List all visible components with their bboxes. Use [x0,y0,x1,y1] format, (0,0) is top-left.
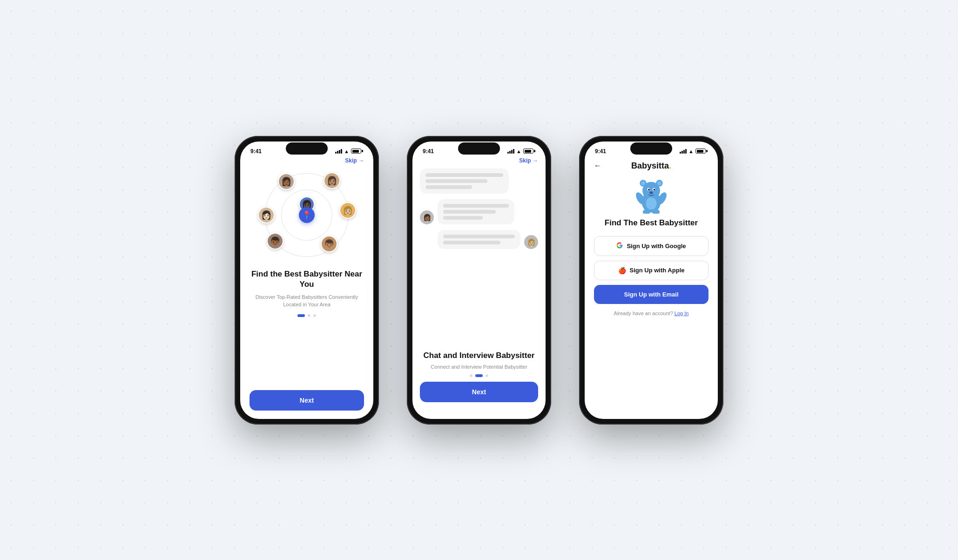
phone-2-btn-wrap: Next [412,382,546,411]
chat-line [425,185,472,189]
svg-point-9 [654,189,655,190]
avatar-4: 👦🏾 [267,233,283,250]
phone-2-title: Chat and Interview Babysitter [412,351,546,361]
phone-2-screen: 9:41 ▲ Skip → [412,142,546,419]
wifi-icon-3: ▲ [688,148,694,154]
skip-button-2[interactable]: Skip → [420,157,538,164]
skip-button[interactable]: Skip → [250,157,364,164]
chat-line [443,210,496,214]
dot-2-1 [470,374,472,377]
signal-bars-icon [335,149,342,154]
dot-2-3 [486,374,488,377]
avatar-2: 👩🏽 [324,172,340,189]
avatar-3: 👩🏻 [258,207,275,223]
battery-icon [351,148,363,154]
apple-signup-button[interactable]: 🍎 Sign Up with Apple [594,261,708,280]
wifi-icon: ▲ [344,148,349,154]
avatar-6: 👩🏼 [339,202,356,219]
dot-3 [313,314,316,317]
chat-avatar-2: 👩🏼 [524,235,538,249]
chat-avatar-1: 👩🏾 [420,210,434,224]
google-icon [616,242,623,250]
phone-2: 9:41 ▲ Skip → [407,136,551,425]
login-text: Already have an account? Log In [585,310,718,316]
chat-illustration: 👩🏾 👩🏼 [412,169,546,347]
phone-3-notch [630,142,672,155]
svg-point-11 [646,197,656,209]
phone-1-description: Discover Top-Rated Babysitters Convenien… [250,293,364,309]
phone-3-header: ← Babysitta. [585,157,718,173]
battery-icon-3 [695,148,708,154]
phone-1-notch [286,142,328,155]
app-title: Babysitta. [631,161,671,171]
chat-row-2: 👩🏼 [420,230,538,249]
chat-bubble-1 [420,169,509,194]
phone-2-top: Skip → [412,157,546,169]
phones-container: 9:41 ▲ Skip → [235,136,723,425]
phone-2-notch [458,142,500,155]
svg-point-4 [641,181,645,185]
phone-3-icons: ▲ [680,148,708,154]
login-link[interactable]: Log In [675,310,689,316]
find-title: Find The Best Babysitter [585,218,718,228]
phone-1-icons: ▲ [335,148,363,154]
dot-1-active [297,314,305,317]
page-dots-2 [412,374,546,377]
signup-buttons: Sign Up with Google 🍎 Sign Up with Apple… [585,236,718,304]
phone-1-screen: 9:41 ▲ Skip → [240,142,373,419]
avatar-1: 👩🏾 [278,173,295,190]
phone-3: 9:41 ▲ ← Babysitta. [579,136,723,425]
signal-bars-icon-3 [680,149,687,154]
dot-2-active [475,374,483,377]
svg-point-5 [657,181,661,185]
phone-1-time: 9:41 [250,148,262,155]
next-button-1[interactable]: Next [250,390,364,411]
apple-signup-label: Sign Up with Apple [630,267,685,274]
location-pin: 📍 [299,207,315,223]
chat-bubble-2 [438,199,514,224]
chat-line [443,216,483,220]
svg-point-8 [648,189,650,190]
battery-icon-2 [523,148,535,154]
phone-2-time: 9:41 [423,148,434,155]
email-signup-label: Sign Up with Email [624,291,678,298]
chat-line [443,235,515,238]
avatar-5: 👦🏽 [321,236,337,252]
chat-bubble-3 [438,230,520,249]
google-signup-label: Sign Up with Google [627,243,686,250]
email-signup-button[interactable]: Sign Up with Email [594,285,708,304]
phone-1: 9:41 ▲ Skip → [235,136,379,425]
phone-2-icons: ▲ [507,148,535,154]
bear-illustration [585,173,718,218]
dot-2 [308,314,310,317]
page-dots-1 [250,314,364,317]
chat-line [425,179,487,183]
google-signup-button[interactable]: Sign Up with Google [594,236,708,256]
chat-line [425,173,503,177]
phone-1-content: Skip → 📍 👩🏾 👩🏽 👩🏻 👦🏾 👦🏽 👩🏼 👩🏿 [240,157,373,419]
apple-icon: 🍎 [618,267,626,274]
chat-line [443,204,509,208]
map-illustration: 📍 👩🏾 👩🏽 👩🏻 👦🏾 👦🏽 👩🏼 👩🏿 [256,169,358,262]
next-button-2[interactable]: Next [420,382,538,402]
back-button[interactable]: ← [594,162,601,170]
phone-2-description: Connect and Interview Potential Babysitt… [412,364,546,370]
signal-bars-icon-2 [507,149,514,154]
chat-line [443,241,500,244]
svg-point-10 [649,191,653,194]
phone-3-time: 9:41 [595,148,606,155]
phone-3-screen: 9:41 ▲ ← Babysitta. [585,142,718,419]
phone-1-title: Find the Best Babysitter Near You [250,269,364,290]
wifi-icon-2: ▲ [516,148,521,154]
chat-row-1: 👩🏾 [420,199,538,224]
